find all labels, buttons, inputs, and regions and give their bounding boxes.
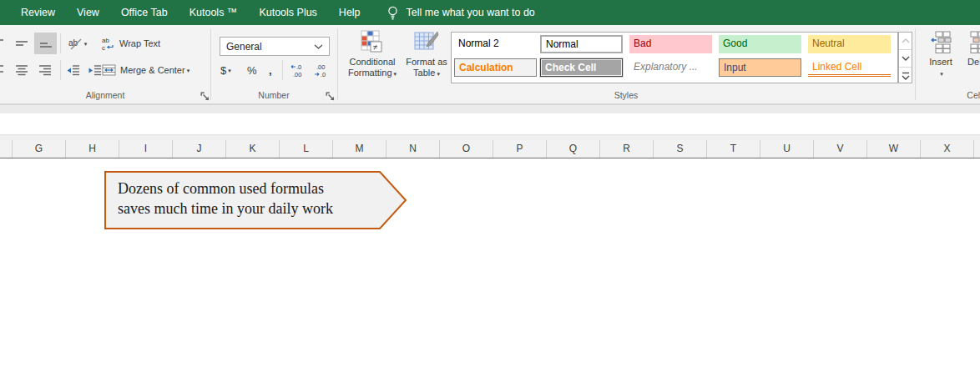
svg-text:.00: .00 [293, 71, 301, 78]
delete-cells-icon [969, 30, 980, 53]
styles-gallery-more-button[interactable] [899, 68, 912, 84]
column-header-j[interactable]: J [172, 140, 225, 158]
delete-cells-button[interactable]: Delete ▾ [962, 30, 980, 85]
column-header-m[interactable]: M [332, 140, 386, 158]
text-orientation-icon: ab [68, 37, 83, 50]
style-linked-cell[interactable]: Linked Cell [808, 58, 891, 77]
callout-shape[interactable]: Dozens of common used formulas saves muc… [104, 171, 408, 229]
number-dialog-launcher-icon[interactable] [326, 92, 336, 102]
format-as-table-button[interactable]: Format as Table▾ [402, 30, 451, 85]
tab-review[interactable]: Review [10, 0, 66, 25]
style-input[interactable]: Input [719, 58, 801, 77]
decrease-indent-icon [66, 64, 80, 76]
formula-bar[interactable] [0, 113, 980, 135]
merge-center-button[interactable]: Merge & Center ▾ [102, 61, 189, 79]
column-header-x[interactable]: X [920, 140, 973, 158]
column-header-g[interactable]: G [12, 140, 65, 158]
column-header-l[interactable]: L [279, 140, 332, 158]
style-neutral[interactable]: Neutral [808, 35, 891, 53]
callout-text: Dozens of common used formulas saves muc… [118, 178, 333, 219]
percent-icon: % [247, 64, 257, 77]
style-bad[interactable]: Bad [629, 35, 712, 53]
conditional-formatting-button[interactable]: ≠ Conditional Formatting▾ [342, 30, 402, 85]
column-header-k[interactable]: K [225, 140, 279, 158]
wrap-text-label: Wrap Text [119, 38, 160, 48]
insert-dropdown-caret: ▾ [940, 71, 943, 77]
bottom-align-icon [39, 38, 53, 49]
tab-kutools-plus[interactable]: Kutools Plus [248, 0, 327, 25]
align-right-icon [38, 64, 52, 76]
style-normal-2[interactable]: Normal 2 [454, 35, 537, 53]
top-align-button[interactable] [0, 33, 8, 53]
orientation-dropdown-caret: ▾ [84, 41, 88, 47]
column-header-u[interactable]: U [760, 140, 813, 158]
column-header-h[interactable]: H [65, 140, 119, 158]
number-format-select[interactable]: General [220, 37, 330, 56]
decrease-decimal-icon: .00 .0 [313, 63, 330, 78]
styles-group-label: Styles [337, 90, 915, 103]
tell-me-box[interactable]: Tell me what you want to do [386, 6, 535, 20]
callout-line1: Dozens of common used formulas [118, 180, 324, 197]
chevron-down-icon [314, 44, 323, 49]
insert-cells-button[interactable]: Insert ▾ [922, 30, 960, 85]
middle-align-button[interactable] [11, 33, 33, 53]
accounting-format-button[interactable]: $ ▾ [220, 60, 231, 80]
chevron-down-icon [902, 56, 910, 61]
wrap-text-icon: ab c [102, 37, 115, 51]
alignment-dialog-launcher-icon[interactable] [200, 92, 210, 102]
style-normal[interactable]: Normal [540, 35, 623, 53]
bottom-align-button[interactable] [34, 33, 57, 54]
styles-scroll-up-button[interactable] [899, 33, 912, 50]
tab-office-tab[interactable]: Office Tab [110, 0, 179, 25]
column-header-q[interactable]: Q [546, 140, 599, 158]
style-check-cell[interactable]: Check Cell [540, 58, 623, 77]
comma-style-button[interactable]: , [269, 60, 272, 80]
align-center-button[interactable] [11, 60, 33, 80]
increase-decimal-button[interactable]: .0 .00 [286, 60, 309, 80]
style-calculation[interactable]: Calculation [454, 58, 537, 77]
column-header-o[interactable]: O [439, 140, 493, 158]
styles-scroll-down-button[interactable] [899, 50, 912, 68]
align-left-icon [0, 64, 4, 76]
increase-decimal-icon: .0 .00 [290, 63, 306, 78]
chevron-up-icon [902, 38, 910, 43]
insert-label: Insert [929, 57, 952, 67]
orientation-button[interactable]: ab ▾ [63, 33, 92, 54]
column-header-n[interactable]: N [386, 140, 439, 158]
column-header-i[interactable]: I [119, 140, 172, 158]
tell-me-label: Tell me what you want to do [407, 7, 535, 18]
column-header-r[interactable]: R [599, 140, 653, 158]
svg-text:ab: ab [102, 37, 109, 44]
number-format-value: General [226, 41, 262, 53]
insert-cells-icon [929, 30, 952, 53]
merge-center-label: Merge & Center [120, 65, 185, 75]
dollar-icon: $ [220, 64, 226, 77]
lightbulb-icon [386, 6, 399, 20]
tab-kutools[interactable]: Kutools ™ [179, 0, 249, 25]
svg-text:.0: .0 [321, 71, 326, 78]
decrease-indent-button[interactable] [62, 60, 83, 80]
styles-gallery-scrollbar [898, 32, 912, 83]
decrease-decimal-button[interactable]: .00 .0 [310, 60, 332, 80]
column-header-t[interactable]: T [706, 140, 760, 158]
tab-view[interactable]: View [66, 0, 110, 25]
ribbon-bottom-strip [0, 104, 980, 113]
align-center-icon [15, 64, 28, 76]
format-as-table-caret: ▾ [437, 71, 440, 77]
cell-styles-gallery: Normal 2 Normal Bad Good Neutral Calcula… [451, 32, 898, 83]
wrap-text-button[interactable]: ab c Wrap Text [102, 34, 160, 53]
style-good[interactable]: Good [719, 35, 801, 53]
column-header-s[interactable]: S [653, 140, 706, 158]
tab-help[interactable]: Help [328, 0, 371, 25]
svg-text:≠: ≠ [373, 43, 378, 52]
merge-center-dropdown-caret: ▾ [187, 68, 190, 73]
callout-line2: saves much time in your daily work [118, 200, 333, 217]
number-group-label: Number [210, 90, 337, 103]
style-explanatory[interactable]: Explanatory ... [629, 58, 712, 77]
align-right-button[interactable] [34, 60, 56, 80]
align-left-button[interactable] [0, 60, 8, 80]
column-header-w[interactable]: W [866, 140, 920, 158]
column-header-p[interactable]: P [493, 140, 546, 158]
column-header-v[interactable]: V [813, 140, 866, 158]
percent-style-button[interactable]: % [247, 60, 257, 80]
